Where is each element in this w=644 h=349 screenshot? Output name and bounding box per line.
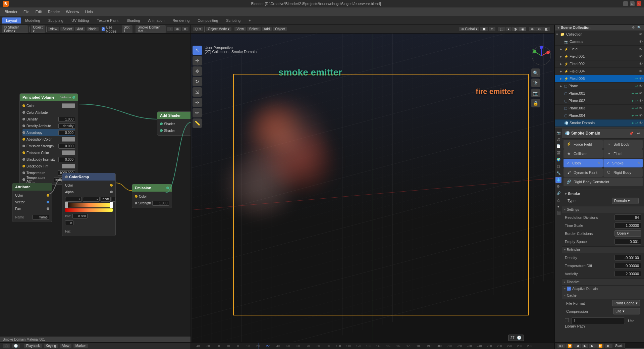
props-render-icon[interactable]: 📷 xyxy=(555,130,561,136)
outliner-item-field006[interactable]: ▸ ⚡ Field.006 ↩ 👁 xyxy=(555,75,644,83)
tab-scripting[interactable]: Scripting xyxy=(222,17,245,23)
maximize-button[interactable]: □ xyxy=(630,1,635,6)
lock-btn[interactable]: 🔒 xyxy=(531,99,540,107)
restore-btn[interactable]: ↩ xyxy=(635,130,641,136)
view-menu[interactable]: View xyxy=(48,27,59,31)
field001-expand[interactable]: ▸ xyxy=(560,54,564,59)
socket-attr-vector-out[interactable] xyxy=(47,201,49,203)
snap-btn[interactable]: 🔲 xyxy=(480,27,488,31)
outliner-item-smoke-domain[interactable]: 💨 Smoke Domain ↩ ↩ 👁 xyxy=(555,119,644,127)
tl-editor-type[interactable]: ⬡ xyxy=(3,344,10,348)
close-button[interactable]: ✕ xyxy=(637,1,641,6)
next-key-btn[interactable]: ⏩ xyxy=(596,344,604,348)
smoke-close[interactable]: ✕ xyxy=(637,161,640,165)
socket-bb-int-in[interactable] xyxy=(22,158,25,161)
material-mode[interactable]: ◑ xyxy=(512,27,519,31)
menu-edit[interactable]: Edit xyxy=(33,9,45,14)
pin-btn[interactable]: 📌 xyxy=(628,130,634,136)
socket-add-shader-in2[interactable] xyxy=(160,129,163,132)
empty-space-value[interactable]: 0.001 xyxy=(614,239,641,245)
playback-menu[interactable]: Playback xyxy=(24,344,42,348)
vorticity-value[interactable]: 2.00000 xyxy=(614,271,641,277)
add-shader-node[interactable]: Add Shader Shader Shader xyxy=(157,111,191,136)
move-tool[interactable]: ✥ xyxy=(193,66,202,76)
view-btn[interactable]: View xyxy=(234,27,246,31)
browse-material[interactable]: ⊕ xyxy=(174,27,181,31)
play-btn[interactable]: ▶ xyxy=(582,344,588,348)
border-value[interactable]: Open ▾ xyxy=(614,230,641,237)
ramp-interp[interactable]: Linear xyxy=(112,197,116,202)
add-menu[interactable]: Add xyxy=(75,27,85,31)
field-eye[interactable]: 👁 xyxy=(639,47,643,51)
compression-value[interactable]: Lite ▾ xyxy=(613,308,640,314)
scale-tool[interactable]: ⇲ xyxy=(193,87,202,97)
library-path-toggle[interactable] xyxy=(565,318,569,322)
props-modifier-icon[interactable]: 🔧 xyxy=(555,170,561,176)
overlay-toggle[interactable]: ⊙ xyxy=(536,27,543,31)
measure-tool[interactable]: 📏 xyxy=(193,118,202,128)
camera-view-btn[interactable]: 📷 xyxy=(531,89,540,97)
emission-str-value[interactable]: 0.000 xyxy=(58,144,75,149)
socket-emission-str-in[interactable] xyxy=(22,145,25,147)
field001-eye[interactable]: 👁 xyxy=(639,54,643,58)
menu-blender[interactable]: Blender xyxy=(2,9,20,14)
material-name[interactable]: Smoke Domain Mat... xyxy=(136,25,166,33)
outliner-item-field004[interactable]: ▸ ⚡ Field.004 👁 xyxy=(555,68,644,75)
wireframe-mode[interactable]: ⬚ xyxy=(498,27,505,31)
proportional-edit[interactable]: ⊙ xyxy=(489,27,495,31)
socket-absorption-in[interactable] xyxy=(22,138,25,141)
use-nodes-toggle[interactable]: ✓ xyxy=(102,27,105,31)
search-btn[interactable]: 🔍 xyxy=(637,25,641,30)
force-field-btn[interactable]: ⚡ Force Field xyxy=(564,140,603,149)
collection-eye[interactable]: 👁 xyxy=(639,32,643,36)
transform-tool[interactable]: ⊹ xyxy=(193,98,202,107)
keying-menu[interactable]: Keying xyxy=(44,344,58,348)
global-menu[interactable]: ⊕ Global ▾ xyxy=(459,27,479,31)
tab-layout[interactable]: Layout xyxy=(2,17,21,23)
menu-file[interactable]: File xyxy=(21,9,32,14)
smoke-btn[interactable]: ✓ Smoke ✕ xyxy=(603,159,643,167)
field004-expand[interactable]: ▸ xyxy=(560,69,564,73)
jump-start-btn[interactable]: ⏮ xyxy=(557,344,565,348)
socket-emission-strength-input[interactable] xyxy=(135,202,137,204)
field006-expand[interactable]: ▸ xyxy=(560,77,564,81)
outliner-item-field001[interactable]: ▸ ⚡ Field.001 👁 xyxy=(555,53,644,60)
props-world-icon[interactable]: 🌍 xyxy=(555,157,561,163)
socket-attr-color-out[interactable] xyxy=(47,194,49,197)
smoke-domain-eye[interactable]: 👁 xyxy=(639,121,643,125)
props-texture-icon[interactable]: ⬛ xyxy=(555,210,561,216)
zoom-out-btn[interactable]: 🔭 xyxy=(531,79,540,87)
tab-texture-paint[interactable]: Texture Paint xyxy=(93,17,122,23)
plane003-eye[interactable]: 👁 xyxy=(639,106,643,110)
object-mode-btn[interactable]: Object Mode ▾ xyxy=(206,27,231,31)
add-btn[interactable]: Add xyxy=(262,27,272,31)
dynamic-paint-btn[interactable]: 🖌 Dynamic Paint xyxy=(564,168,603,177)
socket-ramp-fac-in[interactable] xyxy=(65,176,68,178)
menu-render[interactable]: Render xyxy=(45,9,63,14)
axis-gizmo[interactable]: X Y Z xyxy=(531,46,551,66)
outliner-item-plane003[interactable]: ▢ Plane.003 ↩ ↩ 👁 xyxy=(555,105,644,112)
viewport-editor-type[interactable]: ⬡ ▾ xyxy=(193,27,203,31)
socket-density-in[interactable] xyxy=(22,118,25,120)
outliner-item-plane002[interactable]: ▢ Plane.002 ↩ ↩ 👁 xyxy=(555,97,644,105)
behavior-section-header[interactable]: ▾ Behavior xyxy=(562,246,644,253)
outliner-item-plane001[interactable]: ▢ Plane.001 ↩ ↩ 👁 xyxy=(555,90,644,97)
colorramp-node[interactable]: ColorRamp Color Alpha + − RGB xyxy=(62,173,116,236)
props-object-icon[interactable]: ▢ xyxy=(555,163,561,169)
menu-help[interactable]: Help xyxy=(83,9,96,14)
select-btn[interactable]: Select xyxy=(247,27,261,31)
prev-frame-btn[interactable]: ◀ xyxy=(574,344,581,348)
collection-expand[interactable]: ▾ xyxy=(556,32,560,37)
tab-sculpting[interactable]: Sculpting xyxy=(44,17,67,23)
zoom-in-btn[interactable]: 🔍 xyxy=(531,68,540,77)
slot-menu[interactable]: Slot 1 xyxy=(122,25,133,33)
cloth-close[interactable]: ✕ xyxy=(597,161,600,165)
socket-temp-attr-in[interactable] xyxy=(22,178,25,181)
field002-expand[interactable]: ▸ xyxy=(560,62,564,66)
adaptive-domain-toggle[interactable]: ✓ xyxy=(567,287,571,291)
rigid-body-btn[interactable]: ⬡ Rigid Body xyxy=(603,168,643,177)
outliner-item-plane[interactable]: ▸ ▢ Plane ↩ 👁 xyxy=(555,83,644,90)
socket-attr-fac-out[interactable] xyxy=(47,207,49,210)
ramp-pos-num[interactable]: 0 xyxy=(65,220,73,225)
object-btn[interactable]: Object xyxy=(273,27,287,31)
